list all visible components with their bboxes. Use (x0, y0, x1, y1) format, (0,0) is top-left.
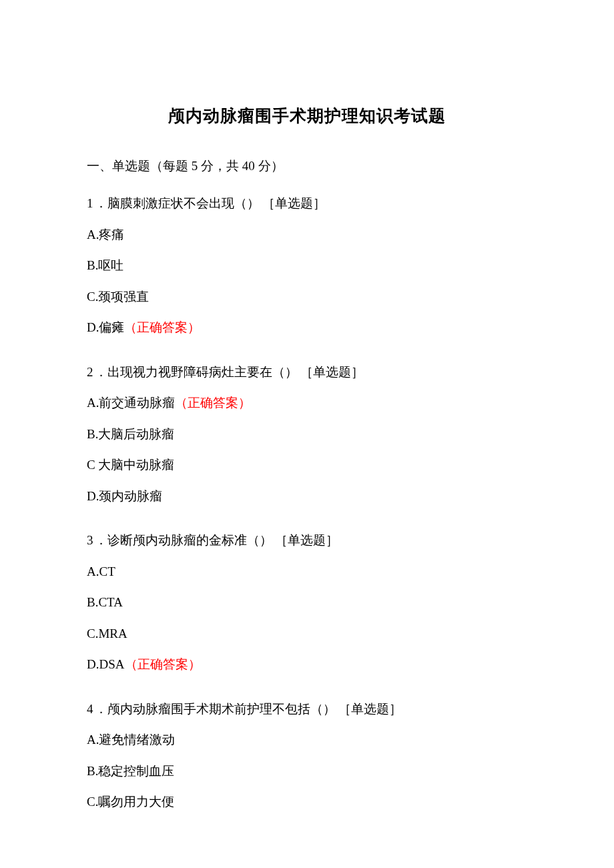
option: D.偏瘫（正确答案） (87, 318, 527, 338)
option-letter: A. (87, 733, 99, 747)
option-text: DSA (99, 657, 124, 671)
question-number: 3 (87, 533, 95, 547)
option-letter: C (87, 458, 95, 472)
question-block: 3．诊断颅内动脉瘤的金标准（） ［单选题］ A.CT B.CTA C.MRA D… (87, 531, 527, 675)
option-text: 颈内动脉瘤 (99, 489, 162, 503)
question-number: 2 (87, 365, 95, 379)
option: A.前交通动脉瘤（正确答案） (87, 394, 527, 413)
answer-label: （正确答案） (124, 320, 200, 334)
option-text: MRA (98, 626, 127, 640)
page-title: 颅内动脉瘤围手术期护理知识考试题 (87, 103, 527, 129)
question-text: 4．颅内动脉瘤围手术期术前护理不包括（） ［单选题］ (87, 700, 527, 719)
option: B.大脑后动脉瘤 (87, 425, 527, 444)
question-text: 1．脑膜刺激症状不会出现（） ［单选题］ (87, 194, 527, 213)
option-letter: B. (87, 764, 98, 778)
answer-label: （正确答案） (125, 657, 201, 671)
option-letter: B. (87, 258, 98, 272)
option: D.DSA（正确答案） (87, 655, 527, 675)
question-block: 4．颅内动脉瘤围手术期术前护理不包括（） ［单选题］ A.避免情绪激动 B.稳定… (87, 700, 527, 812)
option: A.避免情绪激动 (87, 731, 527, 750)
option-text: 大脑后动脉瘤 (98, 427, 174, 441)
question-text: 2．出现视力视野障碍病灶主要在（） ［单选题］ (87, 363, 527, 382)
question-stem: ．出现视力视野障碍病灶主要在（） ［单选题］ (95, 365, 364, 379)
option-text: CTA (98, 595, 122, 609)
question-block: 1．脑膜刺激症状不会出现（） ［单选题］ A.疼痛 B.呕吐 C.颈项强直 D.… (87, 194, 527, 338)
question-number: 1 (87, 196, 95, 210)
option: C.颈项强直 (87, 288, 527, 307)
answer-label: （正确答案） (175, 396, 251, 410)
option-text: 偏瘫 (99, 320, 124, 334)
question-stem: ．脑膜刺激症状不会出现（） ［单选题］ (95, 196, 326, 210)
question-text: 3．诊断颅内动脉瘤的金标准（） ［单选题］ (87, 531, 527, 550)
question-number: 4 (87, 702, 95, 716)
option: B.呕吐 (87, 256, 527, 276)
question-block: 2．出现视力视野障碍病灶主要在（） ［单选题］ A.前交通动脉瘤（正确答案） B… (87, 363, 527, 506)
option-text: 疼痛 (99, 228, 124, 242)
option-letter: A. (87, 228, 99, 242)
option-letter: D. (87, 320, 99, 334)
option-letter: D. (87, 489, 99, 503)
option-text: CT (99, 564, 115, 578)
option-text: 大脑中动脉瘤 (95, 458, 175, 472)
option: A.疼痛 (87, 226, 527, 245)
option-letter: D. (87, 657, 99, 671)
option-letter: B. (87, 427, 98, 441)
option-text: 呕吐 (98, 258, 123, 272)
option-letter: C. (87, 290, 98, 304)
option: B.稳定控制血压 (87, 762, 527, 781)
option-letter: A. (87, 564, 99, 578)
option: D.颈内动脉瘤 (87, 487, 527, 506)
option-letter: A. (87, 396, 99, 410)
question-stem: ．诊断颅内动脉瘤的金标准（） ［单选题］ (95, 533, 339, 547)
option-letter: C. (87, 795, 98, 809)
option: A.CT (87, 562, 527, 582)
question-stem: ．颅内动脉瘤围手术期术前护理不包括（） ［单选题］ (95, 702, 402, 716)
option: C.嘱勿用力大便 (87, 793, 527, 812)
option: C 大脑中动脉瘤 (87, 456, 527, 475)
section-header: 一、单选题（每题 5 分，共 40 分） (87, 157, 527, 176)
option-text: 稳定控制血压 (98, 764, 174, 778)
option-text: 颈项强直 (98, 290, 149, 304)
option-letter: B. (87, 595, 98, 609)
option-text: 避免情绪激动 (99, 733, 175, 747)
option-letter: C. (87, 626, 98, 640)
option-text: 前交通动脉瘤 (99, 396, 175, 410)
option: C.MRA (87, 624, 527, 644)
option-text: 嘱勿用力大便 (98, 795, 174, 809)
option: B.CTA (87, 593, 527, 612)
